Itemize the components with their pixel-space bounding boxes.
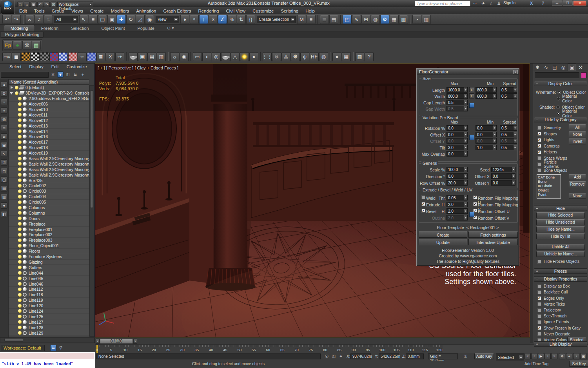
explorer-filter-icon-11[interactable]: ◻ — [1, 168, 7, 174]
keyboard-override-icon[interactable]: ↑ — [199, 15, 208, 24]
select-object-icon[interactable]: ↖ — [79, 15, 88, 24]
pivot-icon[interactable]: ◉ — [145, 15, 154, 24]
property-row-trajectory[interactable]: Trajectory — [534, 307, 561, 313]
expand-arrow-icon[interactable] — [10, 86, 13, 89]
visibility-bulb-icon[interactable] — [18, 244, 22, 248]
explorer-filter-icon-5[interactable]: ◍ — [1, 116, 7, 122]
checkbox-random-flip-mapping-u[interactable]: ✓ — [473, 195, 477, 199]
menu-rendering[interactable]: Rendering — [194, 8, 222, 14]
category-row-shapes[interactable]: ✓Shapes — [534, 131, 568, 137]
tree-row-circle002-18[interactable]: Circle002 — [9, 183, 89, 189]
bind-spacewarp-icon[interactable]: ≈ — [44, 15, 53, 24]
camera-map-icon[interactable]: ◼ — [12, 52, 21, 61]
camera-film-icon[interactable]: ◉ — [180, 52, 189, 61]
button-none[interactable]: None — [569, 131, 586, 137]
checkbox-backface-cull[interactable] — [537, 290, 541, 294]
field-offset-x-spread[interactable]: 0.5 — [500, 132, 517, 137]
tree-row-0-default-0[interactable]: 0 (default) — [9, 85, 89, 91]
time-slider-prev-button[interactable]: < — [96, 339, 100, 344]
spinner-arrows[interactable] — [513, 132, 517, 137]
tree-row-floor-object001-29[interactable]: Floor_Object001 — [9, 243, 89, 249]
forest-tools-icon[interactable]: ⚒ — [22, 41, 31, 50]
spinner-arrows[interactable] — [493, 132, 496, 137]
checkbox-geometry[interactable] — [537, 126, 541, 130]
checkbox-edges-only[interactable]: ✓ — [537, 296, 541, 300]
select-rotate-icon[interactable]: ↻ — [126, 15, 135, 24]
button-hide-by-name[interactable]: Hide by Name... — [536, 226, 585, 232]
list-a-icon[interactable]: ▤ — [147, 52, 156, 61]
edit-named-selections-icon[interactable]: {} — [246, 15, 255, 24]
field-general-offset-y[interactable]: 0.0 — [491, 180, 515, 186]
visibility-bulb-icon[interactable] — [18, 118, 22, 122]
spinner-arrows[interactable] — [464, 106, 467, 111]
favorites-star-icon[interactable]: ☆ — [489, 1, 493, 6]
category-row-cameras[interactable]: ✓Cameras — [534, 143, 568, 149]
redo-icon[interactable]: ↷ — [12, 15, 21, 24]
checkbox-never-degrade[interactable] — [537, 332, 541, 336]
object-color-swatch[interactable] — [581, 72, 586, 78]
field-tilt-min[interactable]: 1.0 — [475, 145, 497, 150]
spinner-arrows[interactable] — [464, 100, 467, 105]
tree-row-3dview-3d-export-2-9-consolstransfer-1[interactable]: 3DView-3D_EXPORT-2-9_ConsolsTransfer — [9, 91, 89, 96]
spheres-brown-icon[interactable]: ◦◦ — [78, 52, 87, 61]
y-coordinate-field[interactable]: 54262.25m — [379, 353, 399, 359]
toggle-ribbon-icon[interactable]: ◰ — [343, 15, 352, 24]
field-outline[interactable]: 2.0 — [446, 215, 468, 220]
field-general-offset-x[interactable]: 0.0 — [491, 173, 515, 179]
tree-row-line124-41[interactable]: Line124 — [9, 309, 89, 314]
render-setup-icon[interactable]: ⚙ — [380, 15, 389, 24]
field-bevel[interactable]: 2.0 — [446, 208, 468, 214]
dialog-close-icon[interactable]: x — [513, 70, 518, 74]
visibility-bulb-icon[interactable] — [18, 211, 22, 215]
folder-checker-icon[interactable] — [21, 52, 30, 61]
button-add[interactable]: Add — [569, 174, 586, 180]
forestpack-icon[interactable]: Fp — [4, 41, 13, 50]
field-gap-length-max[interactable]: 0.5 — [446, 100, 468, 105]
button-create[interactable]: Create — [419, 231, 467, 238]
scene-explorer-toggle-icon[interactable]: ≋ — [50, 345, 56, 351]
tree-row-alcove013-7[interactable]: Alcove013 — [9, 123, 89, 129]
rollout-header-display-color[interactable]: −Display Color — [534, 81, 587, 86]
grass-icon[interactable]: ψ — [300, 52, 309, 61]
tree-row-line127-43[interactable]: Line127 — [9, 319, 89, 325]
forest-list-icon[interactable]: ▤ — [32, 41, 41, 50]
explorer-filter-icon-12[interactable]: ▢ — [1, 177, 7, 183]
explorer-filter-icon-10[interactable]: ⚿ — [1, 159, 7, 166]
visibility-bulb-icon[interactable] — [18, 200, 22, 204]
tree-row-columns-23[interactable]: Columns — [9, 210, 89, 216]
explorer-filter-icon-9[interactable]: ↖ — [1, 151, 7, 157]
checkbox-bevel[interactable]: ✓ — [421, 209, 425, 213]
checkbox-vertex-ticks[interactable] — [537, 302, 541, 306]
explorer-filter-icon-14[interactable]: ▥ — [1, 194, 7, 200]
spinner-arrows[interactable] — [513, 87, 517, 92]
tab-modify-icon[interactable]: ∿ — [542, 64, 550, 71]
time-slider-handle[interactable]: 0 / 120 — [100, 339, 133, 344]
tree-row-line118-38[interactable]: Line118 — [9, 292, 89, 298]
select-link-icon[interactable]: ∞ — [25, 15, 34, 24]
field-scale[interactable]: 100.0 — [446, 167, 468, 172]
teapot-primitive-icon[interactable] — [221, 52, 230, 61]
play-button[interactable]: ▶ — [538, 353, 544, 359]
button-unhide-by-name[interactable]: Unhide by Name... — [536, 251, 585, 257]
maps-help-icon[interactable]: ? — [365, 52, 374, 61]
spinner-arrows[interactable] — [464, 138, 467, 143]
redo-icon[interactable]: ↷ — [44, 2, 50, 7]
rollout-header-display-properties[interactable]: −Display Properties — [534, 276, 587, 282]
tree-row-circle004-20[interactable]: Circle004 — [9, 194, 89, 200]
workspace-selector[interactable]: Workspace: Default — [2, 345, 45, 351]
button-invert[interactable]: Invert — [569, 138, 586, 144]
visibility-bulb-icon[interactable] — [18, 228, 22, 231]
tree-row-line128-44[interactable]: Line128 — [9, 325, 89, 330]
field-direction[interactable]: 0.0 — [446, 173, 468, 179]
next-frame-button[interactable]: › — [544, 353, 551, 359]
radio-object-color[interactable] — [557, 91, 561, 94]
collapse-icon[interactable]: − — [536, 118, 538, 122]
filter-funnel-icon[interactable]: ▼ — [57, 71, 64, 78]
tree-row-line119-39[interactable]: Line119 — [9, 298, 89, 303]
tree-row-2-9goddess-fortuna-rfh-2-9goddess-2[interactable]: 2.9Goddess Fortuna_RFH 2.9Goddess — [9, 96, 89, 102]
spinner-arrows[interactable] — [464, 215, 467, 220]
visibility-bulb-icon[interactable] — [18, 195, 22, 199]
spinner-arrows[interactable] — [513, 145, 517, 150]
explorer-search-input[interactable] — [1, 72, 49, 78]
tree-row-alcove018-11[interactable]: Alcove018 — [9, 145, 89, 151]
